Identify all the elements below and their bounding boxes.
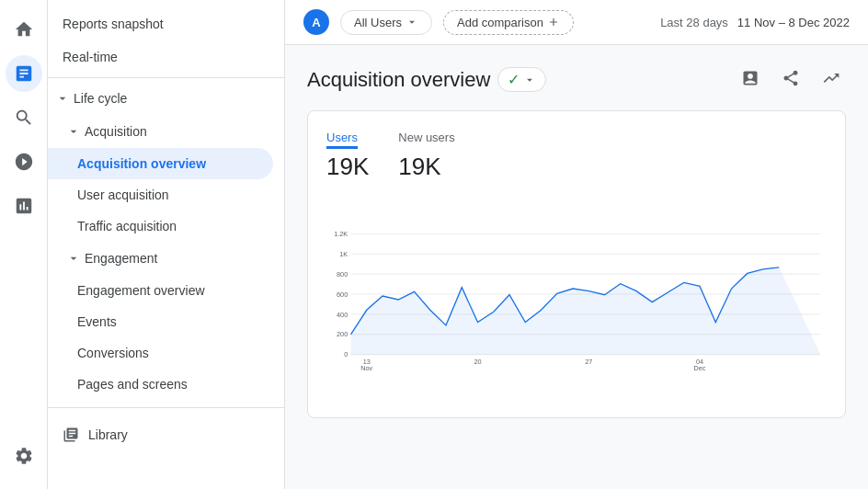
settings-icon[interactable] <box>6 438 42 474</box>
svg-text:1.2K: 1.2K <box>334 230 348 238</box>
users-metric[interactable]: Users 19K <box>326 130 369 181</box>
svg-text:200: 200 <box>337 330 348 338</box>
chart-card: Users 19K New users 19K <box>307 110 846 418</box>
line-chart: 1.2K 1K 800 600 400 200 0 13 Nov 20 27 <box>326 192 827 404</box>
acquisition-subsection-header[interactable]: Acquisition <box>48 115 284 148</box>
chart-container: 1.2K 1K 800 600 400 200 0 13 Nov 20 27 <box>326 192 827 406</box>
engagement-overview-item[interactable]: Engagement overview <box>48 275 284 306</box>
conversions-item[interactable]: Conversions <box>48 337 284 369</box>
date-range: Last 28 days 11 Nov – 8 Dec 2022 <box>660 16 850 29</box>
x-label-27: 27 <box>585 358 592 366</box>
page-header: Acquisition overview ✓ <box>307 63 846 96</box>
traffic-acquisition-item[interactable]: Traffic acquisition <box>48 210 284 242</box>
page-title: Acquisition overview <box>307 68 490 92</box>
explore-icon[interactable] <box>6 99 42 136</box>
sidebar: Reports snapshot Real-time Life cycle Ac… <box>48 0 285 489</box>
segment-label: All Users <box>354 16 402 29</box>
reports-snapshot-item[interactable]: Reports snapshot <box>48 7 284 40</box>
add-comparison-label: Add comparison <box>457 16 543 29</box>
advertising-icon[interactable] <box>6 143 42 180</box>
x-label-dec: Dec <box>694 364 706 372</box>
svg-text:0: 0 <box>344 350 348 358</box>
lifecycle-section-header[interactable]: Life cycle <box>48 82 284 115</box>
metrics-row: Users 19K New users 19K <box>326 130 827 181</box>
topbar: A All Users Add comparison Last 28 days … <box>285 0 868 45</box>
users-metric-value: 19K <box>326 153 369 181</box>
page-title-area: Acquisition overview ✓ <box>307 67 546 92</box>
svg-text:800: 800 <box>337 270 348 279</box>
new-users-metric-value: 19K <box>398 153 454 181</box>
pages-screens-item[interactable]: Pages and screens <box>48 369 284 400</box>
events-item[interactable]: Events <box>48 306 284 337</box>
page-actions <box>736 63 846 96</box>
reports-icon[interactable] <box>6 188 42 224</box>
acquisition-overview-item[interactable]: Acquisition overview <box>48 148 273 179</box>
content-area: Acquisition overview ✓ <box>285 45 868 489</box>
home-icon[interactable] <box>6 11 42 48</box>
x-label-20: 20 <box>474 358 481 366</box>
sidebar-bottom-divider <box>48 407 284 408</box>
engagement-label: Engagement <box>85 251 157 266</box>
sidebar-divider-1 <box>48 77 284 78</box>
main-area: A All Users Add comparison Last 28 days … <box>285 0 868 489</box>
date-range-label: Last 28 days <box>660 16 728 29</box>
svg-text:1K: 1K <box>339 250 348 258</box>
share-icon[interactable] <box>776 63 805 96</box>
insights-icon[interactable] <box>817 63 846 96</box>
new-users-metric[interactable]: New users 19K <box>398 130 454 181</box>
library-item[interactable]: Library <box>48 415 284 454</box>
user-acquisition-item[interactable]: User acquisition <box>48 179 284 210</box>
engagement-subsection-header[interactable]: Engagement <box>48 242 284 275</box>
lifecycle-label: Life cycle <box>74 91 127 106</box>
segment-button[interactable]: All Users <box>340 10 432 35</box>
user-badge: A <box>303 9 329 35</box>
users-metric-label: Users <box>326 131 358 149</box>
add-comparison-button[interactable]: Add comparison <box>443 10 574 35</box>
analytics-icon[interactable] <box>6 55 42 92</box>
status-check-icon: ✓ <box>508 71 520 88</box>
icon-rail <box>0 0 48 489</box>
x-label-nov: Nov <box>360 364 372 372</box>
realtime-item[interactable]: Real-time <box>48 40 284 74</box>
date-range-value: 11 Nov – 8 Dec 2022 <box>737 16 850 29</box>
acquisition-label: Acquisition <box>85 124 147 139</box>
svg-text:600: 600 <box>337 290 348 299</box>
new-users-metric-label: New users <box>398 131 454 149</box>
customize-report-icon[interactable] <box>736 63 765 96</box>
svg-text:400: 400 <box>337 311 348 319</box>
library-label: Library <box>88 427 128 442</box>
status-badge[interactable]: ✓ <box>497 67 546 92</box>
